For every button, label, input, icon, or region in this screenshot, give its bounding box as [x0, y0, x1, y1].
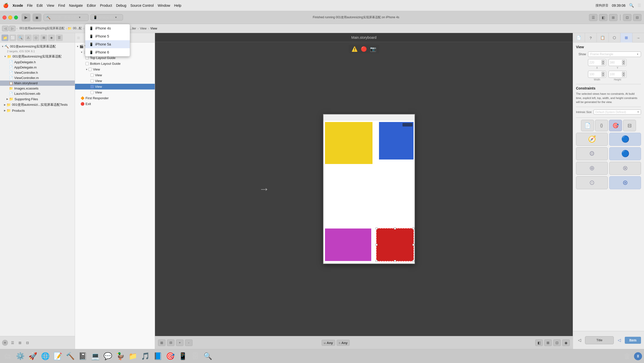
w-step-down[interactable]: ▼ — [602, 74, 605, 77]
tab-quick-help[interactable]: ? — [585, 33, 597, 42]
dock-word[interactable]: 📘 — [152, 350, 164, 362]
menu-view[interactable]: View — [47, 4, 54, 8]
add-scene-btn[interactable]: ⊞ — [158, 340, 166, 346]
wany-btn[interactable]: w Any — [322, 340, 335, 346]
canvas-constrain-btn[interactable]: ⊠ — [544, 340, 552, 346]
resize-handle-mr[interactable] — [412, 244, 414, 246]
inspector-grid-icon-1[interactable]: 🧭 — [576, 133, 608, 146]
scene-item-view-4[interactable]: View — [75, 90, 155, 95]
debug-nav-icon[interactable]: ⊞ — [40, 34, 47, 41]
scene-item-exit[interactable]: 🔴 Exit — [75, 101, 155, 107]
dock-messages[interactable]: 💬 — [102, 350, 114, 362]
scene-item-view-2[interactable]: View — [75, 78, 155, 84]
scene-item-first-responder[interactable]: 🔶 First Responder — [75, 95, 155, 101]
warning-nav-icon[interactable]: ⚠ — [25, 34, 32, 41]
dock-settings[interactable]: ⚙️ — [14, 350, 26, 362]
add-file-button[interactable]: + — [2, 340, 8, 346]
breadcrumb-item-8[interactable]: View — [150, 26, 158, 31]
file-appdelegate-h[interactable]: 📄 AppDelegate.h — [0, 60, 75, 65]
warning-obj-icon[interactable]: ⚠️ — [352, 46, 358, 52]
action-obj-icon[interactable]: 📷 — [370, 46, 376, 52]
breakpoint-nav-icon[interactable]: ◈ — [48, 34, 55, 41]
view-yellow[interactable] — [325, 122, 372, 164]
folder-supporting-files[interactable]: ▶ 📁 Supporting Files — [0, 96, 75, 102]
dock-filezilla[interactable]: 📁 — [127, 350, 138, 362]
menu-xcode[interactable]: Xcode — [12, 4, 23, 8]
folder-products[interactable]: ▶ 📁 Products — [0, 108, 75, 113]
search-nav-icon[interactable]: 🔍 — [17, 34, 24, 41]
maximize-button[interactable] — [14, 16, 18, 20]
scene-item-view-1[interactable]: View — [75, 72, 155, 78]
file-appdelegate-m[interactable]: 📄 AppDelegate.m — [0, 65, 75, 70]
dock-xcode[interactable]: 🔨 — [64, 350, 76, 362]
notification-icon[interactable]: ☰ — [638, 3, 641, 8]
folder-tests[interactable]: ▶ 📁 001使用autoresizi...实现屏幕适配Tests — [0, 102, 75, 108]
tab-size[interactable]: ⊞ — [620, 33, 632, 42]
utilities-panel-toggle[interactable]: ⊡ — [623, 14, 632, 21]
project-root-item[interactable]: ▼ 🔨 001使autoresizing实现屏幕适配 — [0, 44, 75, 50]
dock-launchpad[interactable]: 🚀 — [27, 350, 38, 362]
inspector-code-tab[interactable]: {} — [595, 120, 608, 131]
inspector-back-btn[interactable]: ◁ — [616, 337, 623, 344]
show-selector[interactable]: Frame Rectangle ▼ — [588, 52, 641, 57]
zoom-out-btn[interactable]: - — [185, 340, 192, 346]
storyboard-canvas[interactable]: ⚠️ 🔴 📷 → — [155, 42, 573, 336]
inspector-target-tab[interactable]: 🎯 — [609, 120, 622, 131]
item-badge[interactable]: Item — [625, 337, 641, 344]
file-viewcontroller-m[interactable]: 📄 ViewController.m — [0, 75, 75, 80]
navigator-panel-toggle[interactable]: ☰ — [589, 14, 598, 21]
breadcrumb-item-1[interactable]: 001使用autoresizing实现屏幕适配 — [18, 26, 66, 31]
w-input[interactable]: 100 ▲ ▼ — [588, 71, 606, 78]
y-step-up[interactable]: ▲ — [622, 60, 625, 62]
dock-safari[interactable]: 🌐 — [40, 350, 51, 362]
resize-handle-tl[interactable] — [376, 228, 378, 230]
inspector-grid-icon-8[interactable]: ⊛ — [609, 176, 641, 189]
nav-back-btn[interactable]: ◁ — [2, 26, 8, 31]
inspector-layout-tab[interactable]: ⊟ — [623, 120, 636, 131]
device-option-iphone5a[interactable]: 📱 iPhone 5a — [85, 40, 130, 48]
inspector-grid-icon-7[interactable]: ⊙ — [576, 176, 608, 189]
iphone-frame[interactable] — [323, 114, 415, 264]
apple-logo-icon[interactable]: 🍎 — [3, 3, 8, 8]
tab-connections[interactable]: → — [632, 33, 644, 42]
assistant-editor-toggle[interactable]: ⊞ — [609, 14, 618, 21]
pause-indicator[interactable]: ⏸ — [634, 352, 642, 360]
canvas-fit-btn[interactable]: ◧ — [535, 340, 543, 346]
inspector-grid-icon-2[interactable]: 🔵 — [609, 133, 641, 146]
dock-finder[interactable]: 🗂 — [2, 350, 14, 362]
w-step-up[interactable]: ▲ — [602, 72, 605, 74]
group-item[interactable]: ▼ 📁 001使用autoresizing实现屏幕适配 — [0, 54, 75, 60]
y-step-down[interactable]: ▼ — [622, 62, 625, 65]
close-button[interactable] — [2, 16, 6, 20]
resize-handle-ml[interactable] — [376, 244, 378, 246]
menu-file[interactable]: File — [27, 4, 33, 8]
device-option-iphone5[interactable]: 📱 iPhone 5 — [85, 32, 130, 40]
dock-cyberduck[interactable]: 🦆 — [114, 350, 126, 362]
x-input[interactable]: 220 ▲ ▼ — [588, 59, 606, 66]
device-option-iphone4s[interactable]: 📱 iPhone 4s — [85, 24, 130, 32]
h-input[interactable]: 100 ▲ ▼ — [608, 71, 626, 78]
scene-item-view-3-selected[interactable]: View — [75, 84, 155, 90]
resize-handle-tc[interactable] — [394, 228, 396, 230]
source-control-nav-icon[interactable]: ⬜ — [9, 34, 16, 41]
resize-handle-bl[interactable] — [376, 260, 378, 262]
view-blue[interactable] — [379, 122, 414, 160]
device-option-iphone6[interactable]: 📱 iPhone 6 — [85, 48, 130, 56]
debug-panel-toggle[interactable]: ⊟ — [633, 14, 642, 21]
breadcrumb-item-7[interactable]: View — [139, 26, 148, 31]
intrinsic-selector[interactable]: Default (System Defined) ▼ — [594, 110, 641, 114]
inspector-file-tab[interactable]: 📄 — [581, 120, 594, 131]
menu-window[interactable]: Window — [158, 4, 170, 8]
test-nav-icon[interactable]: ◇ — [32, 34, 40, 41]
view-red-selected[interactable] — [376, 228, 414, 261]
h-step-down[interactable]: ▼ — [622, 74, 625, 77]
menu-help[interactable]: Help — [174, 4, 182, 8]
menu-find[interactable]: Find — [58, 4, 65, 8]
menu-navigate[interactable]: Navigate — [69, 4, 83, 8]
dock-instruments[interactable]: 🎯 — [164, 350, 176, 362]
run-button[interactable]: ▶ — [22, 14, 30, 22]
menu-source-control[interactable]: Source Control — [130, 4, 154, 8]
device-selector[interactable]: 📱 iPhone 4s ▼ — [90, 14, 123, 20]
zoom-in-btn[interactable]: + — [176, 340, 184, 346]
inspector-grid-icon-3[interactable]: ⚙ — [576, 147, 608, 160]
